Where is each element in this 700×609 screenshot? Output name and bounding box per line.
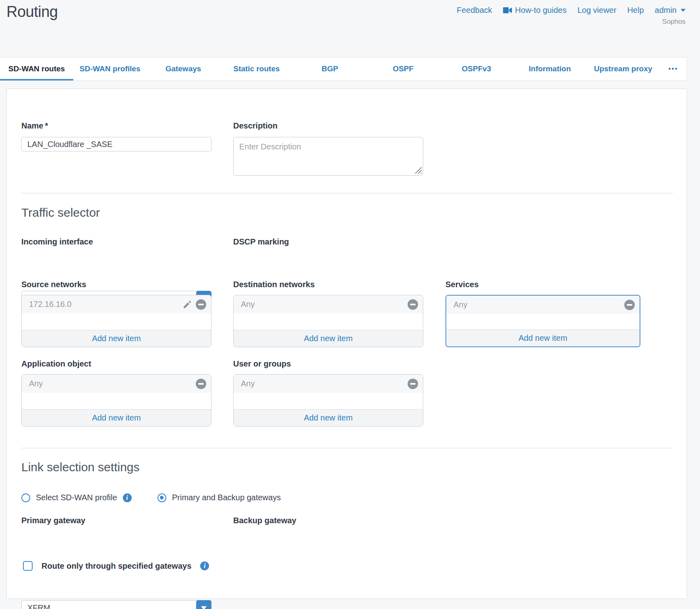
name-label: Name* xyxy=(21,121,48,130)
traffic-selector-heading: Traffic selector xyxy=(21,206,100,220)
divider xyxy=(21,193,673,193)
tab-sd-wan-routes[interactable]: SD-WAN routes xyxy=(0,58,73,80)
list-item: Any xyxy=(446,296,640,314)
item-box-body xyxy=(22,393,211,409)
link-selection-heading: Link selection settings xyxy=(21,460,140,474)
services-box: Any Add new item xyxy=(445,295,640,347)
item-box-body xyxy=(234,313,423,330)
description-label: Description xyxy=(233,121,278,130)
application-object-box: Any Add new item xyxy=(21,374,211,427)
destination-networks-label: Destination networks xyxy=(233,280,315,289)
item-box-body xyxy=(22,313,211,330)
tab-gateways[interactable]: Gateways xyxy=(147,58,220,80)
remove-minus-icon[interactable] xyxy=(196,299,206,310)
description-field xyxy=(233,137,423,176)
route-only-checkbox[interactable] xyxy=(23,561,33,571)
tab-ospfv3[interactable]: OSPFv3 xyxy=(440,58,513,80)
how-to-guides-link[interactable]: How-to guides xyxy=(503,6,567,15)
page-header: Routing Feedback How-to guides Log viewe… xyxy=(0,0,700,57)
user-or-groups-box: Any Add new item xyxy=(233,374,423,427)
add-new-item-button[interactable]: Add new item xyxy=(234,330,423,347)
tab-static-routes[interactable]: Static routes xyxy=(220,58,293,80)
chevron-down-icon xyxy=(201,606,207,609)
info-icon[interactable]: i xyxy=(200,561,209,570)
tab-information[interactable]: Information xyxy=(513,58,586,80)
add-new-item-button[interactable]: Add new item xyxy=(234,409,423,426)
primary-gateway-label: Primary gateway xyxy=(21,516,85,525)
remove-minus-icon[interactable] xyxy=(624,300,635,310)
add-new-item-button[interactable]: Add new item xyxy=(446,329,640,346)
incoming-interface-label: Incoming interface xyxy=(21,237,93,246)
primary-and-backup-gateways-radio[interactable] xyxy=(157,493,166,502)
form-card: Name* Description Traffic selector Incom… xyxy=(6,89,687,599)
admin-menu[interactable]: admin xyxy=(655,6,686,15)
list-item: Any xyxy=(22,375,211,393)
edit-pencil-icon[interactable] xyxy=(182,299,193,310)
add-new-item-button[interactable]: Add new item xyxy=(22,409,211,426)
info-icon[interactable]: i xyxy=(123,493,132,502)
dscp-marking-label: DSCP marking xyxy=(233,237,289,246)
divider xyxy=(21,448,673,448)
name-input[interactable] xyxy=(21,137,211,151)
list-item: 172.16.16.0 xyxy=(22,295,211,313)
description-textarea[interactable] xyxy=(233,137,423,176)
remove-minus-icon[interactable] xyxy=(196,379,206,389)
page-title: Routing xyxy=(6,3,58,21)
services-label: Services xyxy=(445,280,478,289)
select-sd-wan-profile-radio[interactable] xyxy=(21,493,30,502)
add-new-item-button[interactable]: Add new item xyxy=(22,330,211,347)
log-viewer-link[interactable]: Log viewer xyxy=(578,6,617,15)
remove-minus-icon[interactable] xyxy=(408,379,418,389)
dropdown-button[interactable] xyxy=(196,600,211,609)
primary-gateway-select[interactable]: XFRM xyxy=(21,600,211,609)
item-box-body xyxy=(234,393,423,409)
item-box-body xyxy=(446,314,640,329)
chevron-down-icon xyxy=(681,9,686,12)
tab-ospf[interactable]: OSPF xyxy=(367,58,440,80)
video-camera-icon xyxy=(503,7,512,13)
brand-label: Sophos xyxy=(662,18,686,26)
source-networks-label: Source networks xyxy=(21,280,86,289)
backup-gateway-label: Backup gateway xyxy=(233,516,296,525)
application-object-label: Application object xyxy=(21,359,91,369)
tabs-more-button[interactable]: ••• xyxy=(660,58,687,80)
list-item: Any xyxy=(234,375,423,393)
destination-networks-box: Any Add new item xyxy=(233,295,423,347)
user-or-groups-label: User or groups xyxy=(233,359,291,369)
route-only-row: Route only through specified gateways i xyxy=(23,561,209,571)
tab-bgp[interactable]: BGP xyxy=(293,58,367,80)
required-marker: * xyxy=(45,121,48,130)
feedback-link[interactable]: Feedback xyxy=(457,6,492,15)
source-networks-box: 172.16.16.0 Add new item xyxy=(21,295,211,347)
list-item: Any xyxy=(234,295,423,313)
tab-sd-wan-profiles[interactable]: SD-WAN profiles xyxy=(73,58,147,80)
tab-bar: SD-WAN routes SD-WAN profiles Gateways S… xyxy=(0,57,687,81)
primary-backup-radio-group: Primary and Backup gateways xyxy=(157,493,281,502)
tab-upstream-proxy[interactable]: Upstream proxy xyxy=(586,58,660,80)
remove-minus-icon[interactable] xyxy=(408,299,418,310)
sd-wan-profile-radio-group: Select SD-WAN profile i xyxy=(21,493,132,502)
help-link[interactable]: Help xyxy=(627,6,644,15)
header-links: Feedback How-to guides Log viewer Help a… xyxy=(457,6,686,15)
